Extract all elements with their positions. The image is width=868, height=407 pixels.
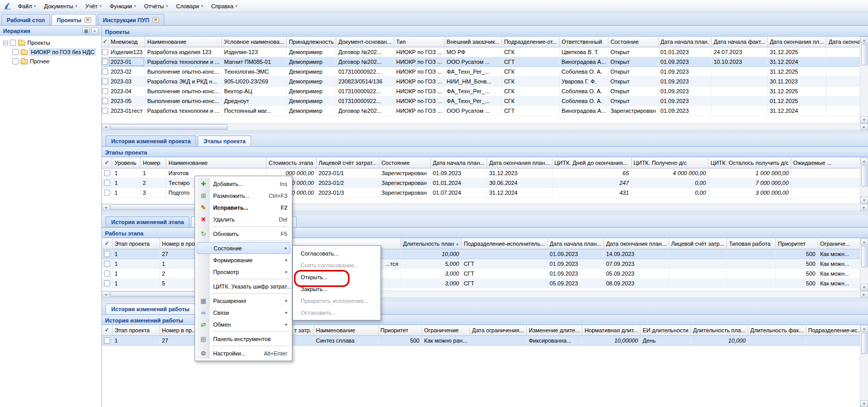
- column-header[interactable]: Длительность план▼: [401, 239, 461, 249]
- column-header[interactable]: Ответственный: [559, 37, 608, 47]
- column-header[interactable]: ЦИТК. Осталось получить д/с: [708, 158, 791, 168]
- select-all-header[interactable]: ✓: [102, 158, 112, 168]
- column-header[interactable]: Документ-основан...: [336, 37, 394, 47]
- column-header[interactable]: Приоритет: [378, 325, 422, 335]
- section-tab[interactable]: История изменений проекта: [106, 135, 196, 146]
- menubar-item[interactable]: Отчёты▾: [140, 1, 172, 11]
- panel-view-icon[interactable]: ▦: [82, 27, 90, 34]
- vertical-scrollbar[interactable]: ▲▼: [860, 239, 868, 291]
- column-header[interactable]: Длительность фак...: [748, 325, 806, 335]
- context-menu-item[interactable]: ▦Расширения►: [197, 295, 290, 307]
- column-header[interactable]: Типовая работа: [726, 239, 775, 249]
- column-header[interactable]: Длительность пла...: [691, 325, 748, 335]
- horizontal-scrollbar[interactable]: ◄ ►: [102, 123, 868, 130]
- row-checkbox[interactable]: [104, 337, 110, 344]
- column-header[interactable]: Дата начала план...: [430, 158, 487, 168]
- collapse-sidebar-icon[interactable]: «: [91, 27, 98, 34]
- scroll-up-icon[interactable]: ▲: [860, 158, 868, 164]
- context-menu-item[interactable]: ⇄Обмен►: [197, 318, 290, 330]
- row-checkbox[interactable]: [102, 88, 108, 94]
- tree-checkbox[interactable]: [10, 40, 16, 46]
- table-row[interactable]: 2023-02Выполнение опытно-конс...Технолог…: [102, 66, 868, 76]
- row-checkbox[interactable]: [104, 170, 110, 176]
- column-header[interactable]: ЕИ длительности: [640, 325, 691, 335]
- column-header[interactable]: Состояние: [608, 37, 658, 47]
- menubar-item[interactable]: Функции▾: [106, 1, 140, 11]
- table-row[interactable]: 2023-01Разработка технологии и ...Магнит…: [102, 57, 868, 66]
- row-checkbox[interactable]: [102, 78, 108, 84]
- section-tab[interactable]: Этапы проекта: [198, 135, 251, 146]
- submenu-item[interactable]: Открыть...: [294, 271, 379, 283]
- column-header[interactable]: Нормативная длит...: [582, 325, 640, 335]
- column-header[interactable]: Стоимость этапа: [266, 158, 316, 168]
- scrollbar-thumb[interactable]: [861, 165, 867, 186]
- tree-checkbox[interactable]: [12, 58, 19, 64]
- column-header[interactable]: т затр.: [292, 325, 314, 335]
- select-all-header[interactable]: ✓: [102, 239, 112, 249]
- table-row[interactable]: 2023-05Выполнение опытно-конс...Дредноут…: [102, 96, 868, 106]
- tree-item[interactable]: −Проекты: [2, 38, 99, 47]
- column-header[interactable]: Мнемокод: [109, 37, 145, 47]
- row-checkbox[interactable]: [102, 59, 108, 65]
- scroll-left-icon[interactable]: ◄: [102, 291, 110, 298]
- tree-item[interactable]: Прочее: [2, 57, 99, 66]
- column-header[interactable]: Этап проекта: [112, 325, 160, 335]
- scroll-down-icon[interactable]: ▼: [860, 284, 868, 291]
- scroll-up-icon[interactable]: ▲: [860, 325, 868, 332]
- context-menu-item[interactable]: ✎Исправить...F2: [197, 201, 290, 213]
- column-header[interactable]: Подразделение-ис...: [806, 325, 864, 335]
- row-checkbox[interactable]: [104, 280, 110, 286]
- column-header[interactable]: Дата окончания план...: [604, 239, 669, 249]
- row-checkbox[interactable]: [104, 180, 110, 186]
- scrollbar-thumb[interactable]: [861, 44, 867, 65]
- scroll-left-icon[interactable]: ◄: [102, 124, 110, 130]
- menubar-item[interactable]: Словари▾: [172, 1, 207, 11]
- menubar-item[interactable]: Учёт▾: [81, 1, 106, 11]
- row-checkbox[interactable]: [104, 261, 110, 267]
- vertical-scrollbar[interactable]: ▲▼: [860, 37, 868, 123]
- row-checkbox[interactable]: [102, 98, 108, 104]
- context-menu-item[interactable]: ⚙Настройки...Alt+Enter: [197, 347, 290, 359]
- context-menu-item[interactable]: ✖УдалитьDel: [197, 213, 290, 225]
- column-header[interactable]: ЦИТК. Получено д/с: [631, 158, 708, 168]
- scroll-down-icon[interactable]: ▼: [860, 400, 868, 407]
- scroll-down-icon[interactable]: ▼: [860, 116, 868, 123]
- row-checkbox[interactable]: [102, 69, 108, 75]
- section-tab[interactable]: История изменений работы: [106, 303, 195, 314]
- column-header[interactable]: Номер: [141, 158, 166, 168]
- scroll-right-icon[interactable]: ►: [860, 291, 868, 298]
- context-menu-item[interactable]: ЦИТК. Указать шифр затрат...: [197, 280, 290, 292]
- column-header[interactable]: Приоритет: [775, 239, 818, 249]
- column-header[interactable]: Подразделение-исполнитель...: [461, 239, 547, 249]
- column-header[interactable]: Дата начала план.: [658, 37, 711, 47]
- table-row[interactable]: 2023-03Разработка ЭКД и РКД н...905-U020…: [102, 76, 868, 86]
- column-header[interactable]: Принадлежность: [287, 37, 336, 47]
- tree-expander-icon[interactable]: −: [3, 41, 8, 45]
- column-header[interactable]: Условное наименова...: [222, 37, 287, 47]
- tab-close-icon[interactable]: ✕: [152, 17, 159, 23]
- row-checkbox[interactable]: [102, 108, 108, 114]
- tab-close-icon[interactable]: ✕: [84, 17, 91, 23]
- context-menu-item[interactable]: ✚Добавить...Ins: [197, 178, 290, 190]
- scroll-up-icon[interactable]: ▲: [860, 239, 868, 245]
- column-header[interactable]: Изменение длите...: [526, 325, 582, 335]
- scroll-down-icon[interactable]: ▼: [860, 197, 868, 204]
- vertical-scrollbar[interactable]: ▲▼: [860, 325, 868, 407]
- column-header[interactable]: Состояние: [379, 158, 430, 168]
- scroll-right-icon[interactable]: ►: [860, 124, 868, 130]
- tree-item[interactable]: НИОКР по ГОЗ без НДС: [2, 47, 99, 57]
- submenu-item[interactable]: Согласовать...: [294, 247, 379, 259]
- row-checkbox[interactable]: [102, 49, 108, 55]
- vertical-scrollbar[interactable]: ▲▼: [860, 158, 868, 204]
- column-header[interactable]: Наименование: [166, 158, 267, 168]
- context-menu-item[interactable]: ▤Панель инструментов: [197, 333, 290, 345]
- table-row[interactable]: Изделие123Разработка изделия 123Изделие-…: [102, 47, 868, 57]
- context-menu-item[interactable]: ⊞Размножить...Ctrl+F3: [197, 190, 290, 201]
- menubar-item[interactable]: Справка▾: [207, 1, 241, 11]
- column-header[interactable]: Дата окончания план...: [487, 158, 552, 168]
- submenu-item[interactable]: Закрыть...: [294, 283, 379, 295]
- select-all-header[interactable]: ✓: [102, 325, 112, 335]
- scroll-left-icon[interactable]: ◄: [102, 204, 110, 211]
- scrollbar-thumb[interactable]: [861, 332, 867, 354]
- column-header[interactable]: Ожидаемые ...: [791, 158, 867, 168]
